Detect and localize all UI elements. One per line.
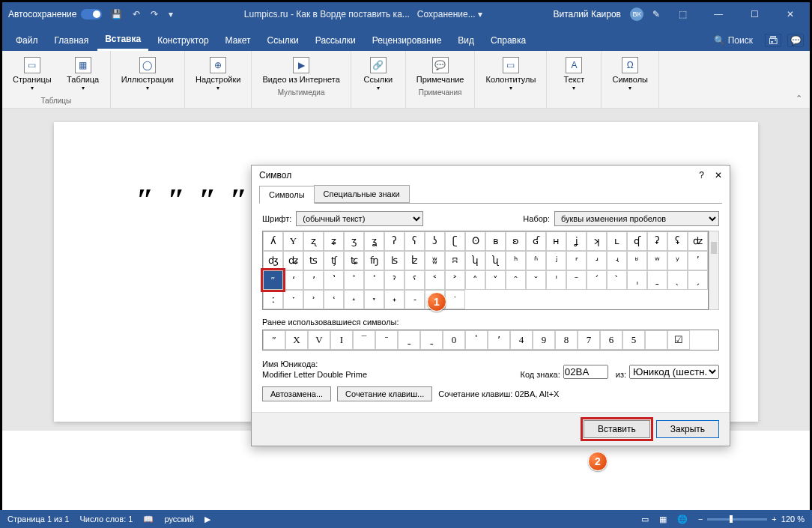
- symbol-cell[interactable]: ʹ: [688, 251, 708, 270]
- from-select[interactable]: Юникод (шестн.): [629, 365, 719, 379]
- user-name[interactable]: Виталий Каиров: [553, 9, 621, 19]
- code-input[interactable]: [563, 365, 608, 379]
- recent-symbol-cell[interactable]: X: [285, 330, 308, 350]
- symbol-cell[interactable]: ʻ: [283, 270, 303, 290]
- symbol-cell[interactable]: ʕ: [405, 231, 425, 251]
- symbol-cell[interactable]: ː: [263, 290, 283, 309]
- zoom-value[interactable]: 120 %: [781, 515, 805, 524]
- symbol-cell[interactable]: ʝ: [566, 231, 587, 251]
- symbol-cell[interactable]: ˉ: [566, 270, 587, 290]
- symbol-cell[interactable]: ʜ: [546, 231, 566, 251]
- ribbon-table[interactable]: ▦Таблица▾: [64, 55, 103, 94]
- close-button[interactable]: Закрыть: [656, 420, 719, 438]
- symbol-cell[interactable]: ˂: [425, 270, 445, 290]
- symbol-cell[interactable]: ˎ: [667, 270, 688, 290]
- symbol-cell[interactable]: ʟ: [607, 231, 627, 251]
- search-box[interactable]: 🔍 Поиск: [714, 35, 753, 46]
- recent-symbol-cell[interactable]: 5: [622, 330, 645, 350]
- ribbon-comment[interactable]: 💬Примечание: [413, 55, 467, 85]
- tab-insert[interactable]: Вставка: [97, 29, 148, 51]
- recent-symbol-cell[interactable]: ˍ: [420, 330, 443, 350]
- redo-icon[interactable]: ↷: [151, 9, 158, 19]
- symbol-cell[interactable]: ʰ: [506, 251, 526, 270]
- ribbon-symbols[interactable]: ΩСимволы▾: [609, 55, 651, 94]
- symbol-cell[interactable]: ˅: [485, 270, 506, 290]
- symbol-cell[interactable]: ˊ: [587, 270, 607, 290]
- ribbon-options-icon[interactable]: ⬚: [669, 5, 696, 23]
- zoom-control[interactable]: − + 120 %: [698, 515, 805, 524]
- recent-symbol-cell[interactable]: ʿ: [465, 330, 488, 350]
- symbol-cell[interactable]: ʥ: [283, 251, 303, 270]
- symbol-cell[interactable]: ˄: [465, 270, 485, 290]
- recent-symbol-cell[interactable]: [645, 330, 667, 350]
- symbol-cell[interactable]: ʣ: [688, 231, 708, 251]
- symbol-cell[interactable]: ʎ: [263, 231, 283, 251]
- symbol-cell[interactable]: ʮ: [465, 251, 485, 270]
- status-words[interactable]: Число слов: 1: [79, 515, 133, 524]
- help-icon[interactable]: ?: [699, 170, 704, 180]
- symbol-cell[interactable]: ʧ: [324, 251, 344, 270]
- macros-icon[interactable]: ▶: [204, 515, 210, 524]
- symbol-cell[interactable]: ʤ: [263, 251, 283, 270]
- symbol-cell[interactable]: ʲ: [546, 251, 566, 270]
- scrollbar[interactable]: [709, 231, 719, 310]
- symbol-cell[interactable]: ʡ: [647, 231, 667, 251]
- symbol-cell[interactable]: ʙ: [485, 231, 506, 251]
- recent-symbol-cell[interactable]: ☑: [667, 330, 690, 350]
- symbol-cell[interactable]: ˑ: [283, 290, 303, 309]
- tab-symbols[interactable]: Символы: [259, 186, 315, 204]
- minimize-icon[interactable]: —: [705, 5, 732, 23]
- symbol-cell[interactable]: ʼ: [303, 270, 324, 290]
- tab-references[interactable]: Ссылки: [260, 31, 306, 50]
- recent-symbol-cell[interactable]: 7: [578, 330, 600, 350]
- insert-button[interactable]: Вставить: [584, 420, 650, 438]
- symbol-cell[interactable]: ˃: [445, 270, 465, 290]
- symbol-cell[interactable]: ˍ: [647, 270, 667, 290]
- symbol-cell[interactable]: ʿ: [364, 270, 384, 290]
- symbol-cell[interactable]: ʵ: [607, 251, 627, 270]
- symbol-cell[interactable]: ˋ: [607, 270, 627, 290]
- symbol-cell[interactable]: ʦ: [303, 251, 324, 270]
- recent-symbol-cell[interactable]: ʼ: [488, 330, 510, 350]
- recent-symbol-cell[interactable]: V: [308, 330, 330, 350]
- zoom-in-icon[interactable]: +: [772, 515, 776, 524]
- recent-symbol-cell[interactable]: 8: [555, 330, 578, 350]
- recent-symbol-cell[interactable]: ˉ: [375, 330, 398, 350]
- symbol-cell[interactable]: ˏ: [688, 270, 708, 290]
- draw-icon[interactable]: ✎: [652, 9, 660, 19]
- symbol-cell[interactable]: ʴ: [587, 251, 607, 270]
- symbol-cell[interactable]: ″: [263, 270, 283, 290]
- symbol-cell[interactable]: ˇ: [526, 270, 546, 290]
- ribbon-video[interactable]: ▶Видео из Интернета: [259, 55, 342, 85]
- shortcut-button[interactable]: Сочетание клавиш...: [337, 386, 432, 401]
- symbol-cell[interactable]: ˙: [445, 290, 465, 309]
- symbol-cell[interactable]: ʢ: [667, 231, 688, 251]
- symbol-cell[interactable]: Y: [283, 231, 303, 251]
- font-select[interactable]: (обычный текст): [296, 211, 423, 226]
- avatar[interactable]: ВК: [630, 7, 643, 21]
- tab-view[interactable]: Вид: [450, 31, 482, 50]
- undo-icon[interactable]: ↶: [133, 9, 140, 19]
- recent-symbol-cell[interactable]: I: [330, 330, 353, 350]
- symbol-cell[interactable]: ʞ: [587, 231, 607, 251]
- symbol-cell[interactable]: ˈ: [546, 270, 566, 290]
- symbol-cell[interactable]: ʽ: [324, 270, 344, 290]
- symbol-cell[interactable]: ˁ: [405, 270, 425, 290]
- symbol-cell[interactable]: ʛ: [526, 231, 546, 251]
- symbol-cell[interactable]: ʩ: [364, 251, 384, 270]
- recent-symbol-cell[interactable]: ˍ: [398, 330, 420, 350]
- ribbon-text[interactable]: AТекст▾: [554, 55, 593, 94]
- zoom-out-icon[interactable]: −: [698, 515, 703, 524]
- symbol-cell[interactable]: ˆ: [506, 270, 526, 290]
- view-web-icon[interactable]: 🌐: [677, 515, 688, 524]
- recent-symbol-cell[interactable]: 9: [533, 330, 555, 350]
- tab-home[interactable]: Главная: [47, 31, 97, 50]
- autocorrect-button[interactable]: Автозамена...: [262, 386, 331, 401]
- symbol-cell[interactable]: ʪ: [384, 251, 405, 270]
- symbol-cell[interactable]: ʬ: [425, 251, 445, 270]
- symbol-cell[interactable]: ʚ: [506, 231, 526, 251]
- recent-symbol-cell[interactable]: 4: [510, 330, 533, 350]
- symbol-cell[interactable]: ʫ: [405, 251, 425, 270]
- symbol-cell[interactable]: ʶ: [627, 251, 647, 270]
- close-dialog-icon[interactable]: ✕: [715, 170, 722, 180]
